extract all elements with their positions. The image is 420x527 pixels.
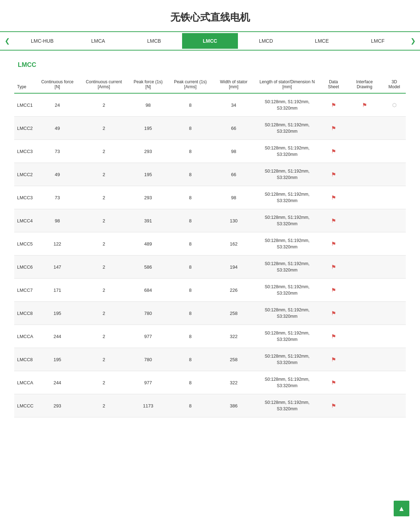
table-row: LMCC3732293898S0:128mm, S1:192mm, S3:320…: [14, 186, 406, 209]
cell-length-stator: S0:128mm, S1:192mm, S3:320mm: [254, 371, 321, 394]
cell-peak-force: 293: [129, 140, 167, 163]
col-header-peak_current: Peak current (1s) [Arms]: [167, 76, 214, 93]
cell-cont-current: 2: [78, 163, 129, 186]
cell-cont-current: 2: [78, 140, 129, 163]
pdf-icon[interactable]: ⚑: [331, 287, 336, 293]
cell-data-sheet[interactable]: ⚑: [321, 140, 346, 163]
cell-interface-drawing: [346, 209, 383, 232]
cell-peak-current: 8: [167, 279, 214, 302]
cell-length-stator: S0:128mm, S1:192mm, S3:320mm: [254, 348, 321, 371]
cell-data-sheet[interactable]: ⚑: [321, 255, 346, 279]
pdf-icon[interactable]: ⚑: [331, 333, 336, 339]
section-title: LMCC: [14, 61, 406, 69]
cell-3d-model[interactable]: ⬡: [383, 93, 406, 117]
cell-3d-model: [383, 117, 406, 140]
cell-type: LMCC4: [14, 209, 36, 232]
cell-data-sheet[interactable]: ⚑: [321, 279, 346, 302]
pdf-icon[interactable]: ⚑: [331, 148, 336, 154]
pdf-icon[interactable]: ⚑: [331, 195, 336, 201]
pdf-icon[interactable]: ⚑: [331, 264, 336, 270]
cell-length-stator: S0:128mm, S1:192mm, S3:320mm: [254, 209, 321, 232]
cell-interface-drawing: [346, 186, 383, 209]
cell-type: LMCCC: [14, 394, 36, 417]
next-arrow[interactable]: ❯: [406, 32, 420, 50]
cell-cont-current: 2: [78, 325, 129, 348]
pdf-icon[interactable]: ⚑: [331, 380, 336, 386]
cell-cont-current: 2: [78, 371, 129, 394]
cell-data-sheet[interactable]: ⚑: [321, 93, 346, 117]
cell-data-sheet[interactable]: ⚑: [321, 232, 346, 255]
cell-3d-model: [383, 348, 406, 371]
table-row: LMCC614725868194S0:128mm, S1:192mm, S3:3…: [14, 255, 406, 279]
cell-data-sheet[interactable]: ⚑: [321, 371, 346, 394]
cell-length-stator: S0:128mm, S1:192mm, S3:320mm: [254, 117, 321, 140]
cell-width-stator: 386: [214, 394, 254, 417]
pdf-icon[interactable]: ⚑: [331, 218, 336, 224]
cell-length-stator: S0:128mm, S1:192mm, S3:320mm: [254, 140, 321, 163]
cell-data-sheet[interactable]: ⚑: [321, 209, 346, 232]
cell-data-sheet[interactable]: ⚑: [321, 348, 346, 371]
cell-cont-force: 244: [36, 371, 78, 394]
nav-tab-lmca[interactable]: LMCA: [70, 33, 126, 49]
cell-3d-model: [383, 163, 406, 186]
cell-type: LMCC7: [14, 279, 36, 302]
cell-width-stator: 258: [214, 348, 254, 371]
cell-interface-drawing[interactable]: ⚑: [346, 93, 383, 117]
nav-tab-lmc-hub[interactable]: LMC-HUB: [14, 33, 70, 49]
pdf-icon[interactable]: ⚑: [331, 241, 336, 247]
pdf-icon[interactable]: ⚑: [331, 125, 336, 131]
cell-length-stator: S0:128mm, S1:192mm, S3:320mm: [254, 255, 321, 279]
col-header-model_3d: 3D Model: [383, 76, 406, 93]
cell-cont-force: 195: [36, 348, 78, 371]
cell-width-stator: 194: [214, 255, 254, 279]
pdf-icon[interactable]: ⚑: [331, 310, 336, 316]
cell-width-stator: 130: [214, 209, 254, 232]
cell-cont-force: 73: [36, 140, 78, 163]
pdf-icon[interactable]: ⚑: [331, 102, 336, 108]
cell-cont-force: 293: [36, 394, 78, 417]
pdf-icon[interactable]: ⚑: [331, 357, 336, 363]
nav-tab-lmcf[interactable]: LMCF: [350, 33, 406, 49]
pdf-icon[interactable]: ⚑: [331, 403, 336, 409]
cell-type: LMCC3: [14, 140, 36, 163]
cell-data-sheet[interactable]: ⚑: [321, 186, 346, 209]
cell-length-stator: S0:128mm, S1:192mm, S3:320mm: [254, 232, 321, 255]
cell-3d-model: [383, 394, 406, 417]
cell-cont-current: 2: [78, 117, 129, 140]
cell-length-stator: S0:128mm, S1:192mm, S3:320mm: [254, 325, 321, 348]
cell-length-stator: S0:128mm, S1:192mm, S3:320mm: [254, 186, 321, 209]
nav-tab-lmcd[interactable]: LMCD: [238, 33, 294, 49]
nav-bar: ❮ LMC-HUBLMCALMCBLMCCLMCDLMCELMCF ❯: [0, 31, 420, 51]
cell-interface-drawing: [346, 279, 383, 302]
cell-data-sheet[interactable]: ⚑: [321, 302, 346, 325]
cell-cont-force: 24: [36, 93, 78, 117]
cell-3d-model: [383, 209, 406, 232]
cell-peak-current: 8: [167, 186, 214, 209]
cell-data-sheet[interactable]: ⚑: [321, 163, 346, 186]
cell-data-sheet[interactable]: ⚑: [321, 117, 346, 140]
nav-tab-lmcb[interactable]: LMCB: [126, 33, 182, 49]
pdf-icon[interactable]: ⚑: [362, 102, 367, 108]
cell-peak-force: 780: [129, 348, 167, 371]
cell-3d-model: [383, 140, 406, 163]
pdf-icon[interactable]: ⚑: [331, 172, 336, 178]
nav-tab-lmcc[interactable]: LMCC: [182, 33, 238, 49]
cell-3d-model: [383, 279, 406, 302]
cell-type: LMCC8: [14, 348, 36, 371]
3d-model-icon[interactable]: ⬡: [392, 102, 397, 108]
cell-interface-drawing: [346, 371, 383, 394]
cell-peak-force: 195: [129, 163, 167, 186]
cell-type: LMCC3: [14, 186, 36, 209]
cell-peak-force: 684: [129, 279, 167, 302]
cell-data-sheet[interactable]: ⚑: [321, 394, 346, 417]
prev-arrow[interactable]: ❮: [0, 32, 14, 50]
cell-peak-current: 8: [167, 209, 214, 232]
cell-width-stator: 66: [214, 117, 254, 140]
cell-3d-model: [383, 371, 406, 394]
col-header-cont_current: Continuous current [Arms]: [78, 76, 129, 93]
cell-data-sheet[interactable]: ⚑: [321, 325, 346, 348]
nav-tab-lmce[interactable]: LMCE: [294, 33, 350, 49]
cell-width-stator: 98: [214, 186, 254, 209]
table-row: LMCC3732293898S0:128mm, S1:192mm, S3:320…: [14, 140, 406, 163]
col-header-length_stator: Length of stator/Dimension N [mm]: [254, 76, 321, 93]
